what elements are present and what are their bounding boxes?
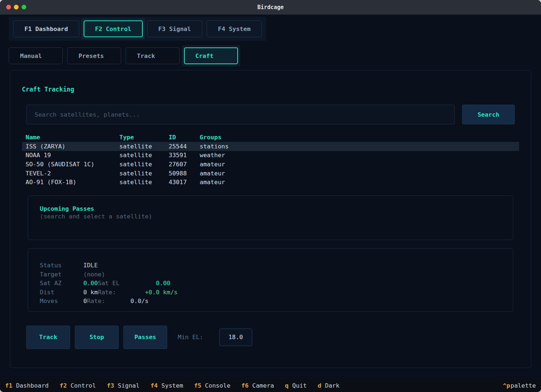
cell-name: AO-91 (FOX-1B) <box>26 179 119 186</box>
footer-label: Quit <box>292 382 307 389</box>
footer-item-quit[interactable]: qQuit <box>285 382 307 389</box>
column-header-id: ID <box>169 134 200 141</box>
cell-type: satellite <box>119 152 169 159</box>
footer-key: f5 <box>194 382 202 389</box>
footer-key: f4 <box>150 382 158 389</box>
footer-label: Camera <box>252 382 274 389</box>
telemetry-box: Status IDLETarget (none)Sat AZ 0.00Sat E… <box>28 248 513 312</box>
search-button[interactable]: Search <box>462 105 515 124</box>
footer-label: Dashboard <box>16 382 49 389</box>
cell-groups: amateur <box>200 161 519 168</box>
tab-presets[interactable]: Presets <box>67 47 121 64</box>
stop-button[interactable]: Stop <box>75 326 119 349</box>
footer-key: q <box>285 382 289 389</box>
passes-button[interactable]: Passes <box>123 326 167 349</box>
min-el-input[interactable] <box>219 329 252 346</box>
cell-type: satellite <box>119 161 169 168</box>
footer-label: Dark <box>325 382 339 389</box>
zoom-button[interactable] <box>22 5 26 9</box>
column-header-name: Name <box>26 134 119 141</box>
main-content: F1 Dashboard F2 Control F3 Signal F4 Sys… <box>0 15 541 379</box>
footer-item-dashboard[interactable]: f1Dashboard <box>5 382 49 389</box>
track-button[interactable]: Track <box>26 326 70 349</box>
cell-id: 43017 <box>169 179 200 186</box>
footer-label: System <box>161 382 183 389</box>
footer-key: f2 <box>60 382 67 389</box>
tab-manual[interactable]: Manual <box>9 47 63 64</box>
search-row: Search <box>22 105 519 124</box>
secondary-tab-bar: Manual Presets Track Craft <box>7 45 541 66</box>
table-header: Name Type ID Groups <box>22 132 519 142</box>
footer-label: Console <box>205 382 231 389</box>
tab-craft[interactable]: Craft <box>184 47 238 64</box>
footer-item-dark[interactable]: dDark <box>318 382 339 389</box>
telemetry-line: Moves 0Rate: 0.0/s <box>40 297 513 306</box>
cell-type: satellite <box>119 179 169 186</box>
column-header-groups: Groups <box>200 134 519 141</box>
primary-tab-bar: F1 Dashboard F2 Control F3 Signal F4 Sys… <box>9 17 266 41</box>
table-row[interactable]: TEVEL-2satellite50988amateur <box>22 169 519 178</box>
craft-tracking-panel: Craft Tracking Search Name Type ID Group… <box>10 70 531 368</box>
traffic-lights <box>6 5 26 9</box>
satellite-table-body: ISS (ZARYA)satellite25544stationsNOAA 19… <box>22 142 519 187</box>
telemetry-line: Target (none) <box>40 270 513 279</box>
cell-groups: weather <box>200 152 519 159</box>
window-title: Birdcage <box>0 4 541 11</box>
tab-f3-signal[interactable]: F3 Signal <box>147 20 202 37</box>
footer-item-console[interactable]: f5Console <box>194 382 230 389</box>
cell-name: NOAA 19 <box>26 152 119 159</box>
minimize-button[interactable] <box>14 5 19 9</box>
satellite-table: Name Type ID Groups ISS (ZARYA)satellite… <box>22 132 519 187</box>
controls-row: Track Stop Passes Min EL: <box>22 326 519 349</box>
footer-key: d <box>318 382 321 389</box>
cell-groups: stations <box>200 143 519 150</box>
upcoming-passes-hint: (search and select a satellite) <box>40 213 513 220</box>
column-header-type: Type <box>119 134 169 141</box>
upcoming-passes-box: Upcoming Passes (search and select a sat… <box>28 195 513 240</box>
cell-id: 25544 <box>169 143 200 150</box>
telemetry-line: Sat AZ 0.00Sat EL 0.00 <box>40 279 513 288</box>
tab-track[interactable]: Track <box>126 47 180 64</box>
palette-key: ^p <box>503 382 510 389</box>
footer-keybar: f1Dashboardf2Controlf3Signalf4Systemf5Co… <box>0 379 541 392</box>
close-button[interactable] <box>6 5 11 9</box>
telemetry-line: Status IDLE <box>40 261 513 270</box>
table-row[interactable]: NOAA 19satellite33591weather <box>22 151 519 160</box>
footer-label: Signal <box>118 382 140 389</box>
footer-palette[interactable]: ^p palette <box>503 382 536 389</box>
cell-id: 50988 <box>169 170 200 177</box>
palette-label: palette <box>510 382 536 389</box>
footer-item-camera[interactable]: f6Camera <box>241 382 274 389</box>
footer-items: f1Dashboardf2Controlf3Signalf4Systemf5Co… <box>5 382 350 389</box>
footer-item-control[interactable]: f2Control <box>60 382 96 389</box>
footer-label: Control <box>70 382 96 389</box>
search-input[interactable] <box>26 105 455 124</box>
footer-key: f1 <box>5 382 12 389</box>
table-row[interactable]: ISS (ZARYA)satellite25544stations <box>22 142 519 151</box>
cell-id: 33591 <box>169 152 200 159</box>
titlebar: Birdcage <box>0 0 541 15</box>
telemetry-line: Dist 0 kmRate: +0.0 km/s <box>40 288 513 297</box>
cell-name: ISS (ZARYA) <box>26 143 119 150</box>
cell-groups: amateur <box>200 170 519 177</box>
table-row[interactable]: AO-91 (FOX-1B)satellite43017amateur <box>22 178 519 187</box>
min-el-label: Min EL: <box>178 334 203 341</box>
tab-f1-dashboard[interactable]: F1 Dashboard <box>13 20 79 37</box>
cell-name: SO-50 (SAUDISAT 1C) <box>26 161 119 168</box>
cell-type: satellite <box>119 170 169 177</box>
footer-key: f3 <box>107 382 114 389</box>
footer-item-signal[interactable]: f3Signal <box>107 382 139 389</box>
tab-f2-control[interactable]: F2 Control <box>84 20 142 37</box>
tab-f4-system[interactable]: F4 System <box>207 20 262 37</box>
app-window: Birdcage F1 Dashboard F2 Control F3 Sign… <box>0 0 541 392</box>
cell-name: TEVEL-2 <box>26 170 119 177</box>
panel-title: Craft Tracking <box>22 86 519 93</box>
cell-type: satellite <box>119 143 169 150</box>
upcoming-passes-title: Upcoming Passes <box>40 205 513 212</box>
cell-id: 27607 <box>169 161 200 168</box>
table-row[interactable]: SO-50 (SAUDISAT 1C)satellite27607amateur <box>22 160 519 169</box>
footer-key: f6 <box>241 382 249 389</box>
cell-groups: amateur <box>200 179 519 186</box>
footer-item-system[interactable]: f4System <box>150 382 183 389</box>
